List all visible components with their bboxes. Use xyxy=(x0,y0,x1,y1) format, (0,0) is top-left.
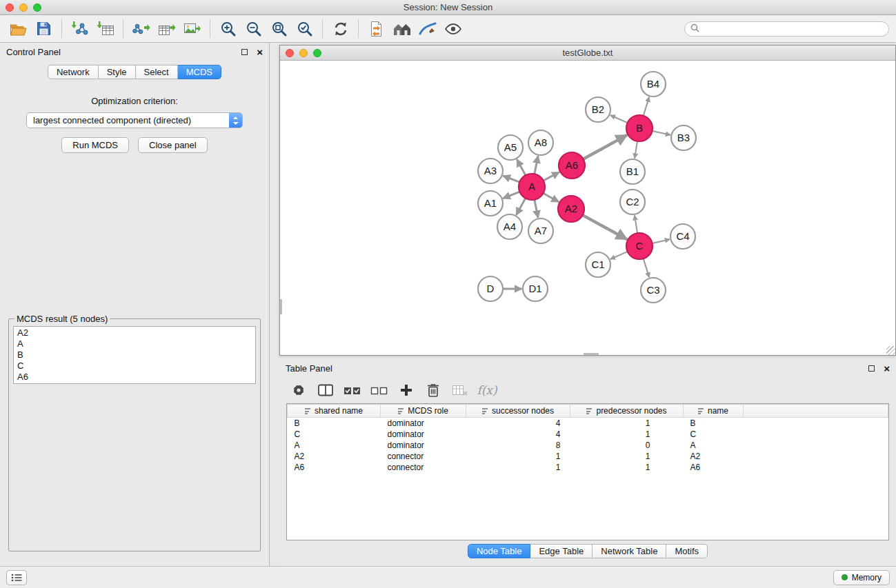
table-row[interactable]: Bdominator41B xyxy=(288,418,888,429)
node-C4[interactable]: C4 xyxy=(670,224,695,249)
cell-MCDS-role[interactable]: dominator xyxy=(381,440,466,451)
node-C1[interactable]: C1 xyxy=(586,252,610,277)
criterion-dropdown[interactable]: largest connected component (directed) xyxy=(26,112,243,128)
edge-A-A4[interactable] xyxy=(516,199,525,215)
node-D[interactable]: D xyxy=(478,276,503,301)
tab-mcds[interactable]: MCDS xyxy=(178,65,221,79)
file-transfer-icon[interactable] xyxy=(364,17,389,41)
edge-A-A6[interactable] xyxy=(544,172,559,181)
network-graph[interactable]: B4B2BB3A8A5A6B1A3AC2A1A2A4A7C4CC1C3DD1 xyxy=(280,61,895,355)
tab-style[interactable]: Style xyxy=(99,65,136,79)
deselect-all-columns-icon[interactable] xyxy=(369,380,390,401)
node-A3[interactable]: A3 xyxy=(478,159,503,183)
edge-B-B1[interactable] xyxy=(635,141,637,159)
edge-A-A8[interactable] xyxy=(535,156,538,174)
tab-motifs[interactable]: Motifs xyxy=(666,544,708,558)
node-B2[interactable]: B2 xyxy=(586,97,610,122)
import-table-icon[interactable] xyxy=(92,17,118,41)
function-builder-icon[interactable]: f(x) xyxy=(477,380,497,401)
zoom-in-icon[interactable] xyxy=(215,17,241,41)
apply-layout-icon[interactable] xyxy=(328,17,353,41)
zoom-fit-icon[interactable] xyxy=(266,17,292,41)
close-table-panel-icon[interactable]: × xyxy=(884,363,890,374)
export-table-icon[interactable] xyxy=(154,17,179,41)
node-C3[interactable]: C3 xyxy=(641,278,666,303)
zoom-window-button[interactable] xyxy=(33,3,41,12)
memory-button[interactable]: Memory xyxy=(833,570,890,585)
table-row[interactable]: Adominator80A xyxy=(288,440,888,451)
add-column-plus-icon[interactable] xyxy=(396,380,417,401)
close-window-button[interactable] xyxy=(6,3,14,12)
cell-successor-nodes[interactable]: 4 xyxy=(466,429,570,440)
search-field[interactable] xyxy=(684,21,889,37)
edge-C-C4[interactable] xyxy=(653,239,670,243)
node-A8[interactable]: A8 xyxy=(528,130,553,155)
export-image-icon[interactable] xyxy=(179,17,205,41)
cell-shared-name[interactable]: C xyxy=(288,429,381,440)
graphics-details-eye-icon[interactable] xyxy=(440,17,466,41)
edge-A-A2[interactable] xyxy=(544,193,559,202)
edge-A-A7[interactable] xyxy=(535,200,538,218)
column-header-successor-nodes[interactable]: successor nodes xyxy=(466,405,570,418)
edge-C-C1[interactable] xyxy=(610,252,628,259)
close-panel-icon[interactable]: × xyxy=(257,47,263,57)
vertical-scroll-marker[interactable] xyxy=(280,299,282,314)
float-panel-icon[interactable] xyxy=(241,49,248,55)
cell-predecessor-nodes[interactable]: 1 xyxy=(570,462,684,473)
cell-shared-name[interactable]: A2 xyxy=(288,451,381,462)
delete-column-trash-icon[interactable] xyxy=(423,380,444,401)
run-mcds-button[interactable]: Run MCDS xyxy=(61,137,129,153)
cell-successor-nodes[interactable]: 8 xyxy=(466,440,570,451)
minimize-window-button[interactable] xyxy=(19,3,28,12)
tab-network[interactable]: Network xyxy=(48,65,99,79)
cell-predecessor-nodes[interactable]: 1 xyxy=(570,429,684,440)
cell-predecessor-nodes[interactable]: 1 xyxy=(570,418,684,429)
cell-name[interactable]: B xyxy=(684,418,744,429)
cell-predecessor-nodes[interactable]: 0 xyxy=(570,440,684,451)
cell-shared-name[interactable]: A xyxy=(288,440,381,451)
cell-name[interactable]: A xyxy=(684,440,744,451)
resize-grip[interactable] xyxy=(886,346,895,355)
export-network-icon[interactable] xyxy=(128,17,154,41)
delete-table-icon[interactable] xyxy=(450,380,470,401)
float-table-panel-icon[interactable] xyxy=(868,365,875,372)
node-D1[interactable]: D1 xyxy=(523,276,548,301)
tab-edge-table[interactable]: Edge Table xyxy=(530,544,593,558)
show-columns-icon[interactable] xyxy=(315,380,336,401)
mcds-result-list[interactable]: A2ABCA6 xyxy=(13,326,256,384)
cell-shared-name[interactable]: B xyxy=(288,418,381,429)
zoom-out-icon[interactable] xyxy=(241,17,266,41)
node-B3[interactable]: B3 xyxy=(671,125,696,150)
tab-select[interactable]: Select xyxy=(136,65,178,79)
edge-B-B3[interactable] xyxy=(653,131,670,135)
cell-successor-nodes[interactable]: 1 xyxy=(466,462,570,473)
minimize-network-window-button[interactable] xyxy=(299,49,308,57)
table-row[interactable]: A2connector11A2 xyxy=(288,451,888,462)
edge-B-B2[interactable] xyxy=(610,115,628,123)
edge-C-C3[interactable] xyxy=(644,258,650,277)
node-B4[interactable]: B4 xyxy=(641,72,666,97)
table-row[interactable]: A6connector11A6 xyxy=(288,462,888,473)
task-history-list-icon[interactable] xyxy=(6,570,27,585)
cell-name[interactable]: A2 xyxy=(684,451,744,462)
zoom-network-window-button[interactable] xyxy=(313,49,321,57)
cell-predecessor-nodes[interactable]: 1 xyxy=(570,451,684,462)
horizontal-scroll-marker[interactable] xyxy=(584,353,599,355)
node-B1[interactable]: B1 xyxy=(620,159,645,184)
cell-name[interactable]: A6 xyxy=(684,462,744,473)
table-row[interactable]: Cdominator41C xyxy=(288,429,888,440)
edge-A2-C[interactable] xyxy=(583,215,627,239)
edge-A6-B[interactable] xyxy=(584,135,627,159)
edge-C-C2[interactable] xyxy=(635,215,637,233)
cell-successor-nodes[interactable]: 1 xyxy=(466,451,570,462)
node-A6[interactable]: A6 xyxy=(559,152,585,179)
tab-node-table[interactable]: Node Table xyxy=(468,544,531,558)
node-A5[interactable]: A5 xyxy=(498,135,523,160)
node-A7[interactable]: A7 xyxy=(528,219,553,243)
node-A2[interactable]: A2 xyxy=(558,196,584,222)
network-canvas-area[interactable]: B4B2BB3A8A5A6B1A3AC2A1A2A4A7C4CC1C3DD1 xyxy=(280,61,895,355)
column-header-MCDS-role[interactable]: MCDS role xyxy=(381,405,466,418)
node-C2[interactable]: C2 xyxy=(620,190,645,214)
node-C[interactable]: C xyxy=(626,233,653,259)
column-header-shared-name[interactable]: shared name xyxy=(288,405,381,418)
